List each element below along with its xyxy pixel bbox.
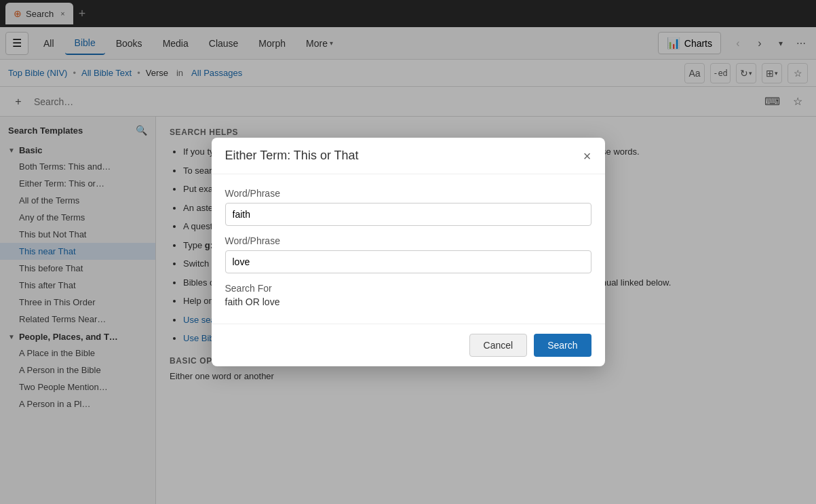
modal-body: Word/Phrase Word/Phrase Search For faith… [212, 174, 605, 324]
search-button[interactable]: Search [534, 334, 591, 357]
cancel-button[interactable]: Cancel [469, 334, 528, 357]
modal-close-button[interactable]: × [583, 149, 591, 163]
word-phrase-label-2: Word/Phrase [225, 235, 591, 246]
word-phrase-input-2[interactable] [225, 250, 591, 273]
modal-dialog: Either Term: This or That × Word/Phrase … [212, 138, 605, 366]
modal-header: Either Term: This or That × [212, 138, 605, 174]
modal-footer: Cancel Search [212, 324, 605, 366]
word-phrase-label-1: Word/Phrase [225, 188, 591, 199]
search-for-value: faith OR love [225, 296, 591, 307]
word-phrase-input-1[interactable] [225, 203, 591, 226]
modal-title: Either Term: This or That [225, 149, 359, 163]
search-for-label: Search For [225, 283, 591, 294]
modal-overlay[interactable]: Either Term: This or That × Word/Phrase … [0, 0, 816, 504]
